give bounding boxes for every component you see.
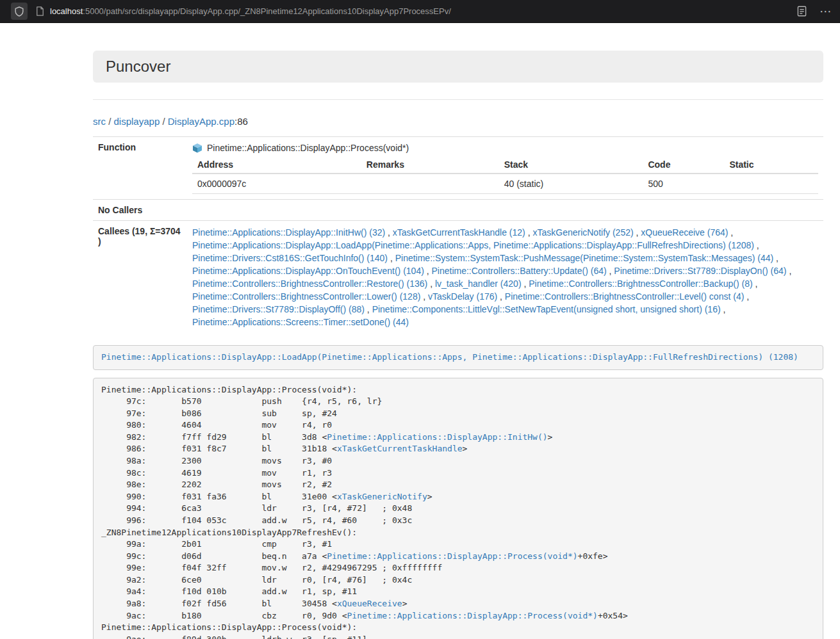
callee-separator: , (525, 227, 533, 238)
shield-icon (15, 6, 24, 17)
callee-separator: , (787, 266, 792, 276)
callee-link[interactable]: Pinetime::Applications::Screens::Timer::… (192, 317, 409, 327)
asm-line: _ZN8Pinetime12Applications10DisplayApp7R… (101, 527, 815, 539)
callee-separator: , (607, 266, 614, 276)
symbol-link[interactable]: xQueueReceive (337, 599, 402, 608)
stats-header-row: Address Remarks Stack Code Static (192, 156, 818, 174)
callees-label: Callees (19, Σ=3704 ) (93, 221, 187, 334)
url-text: localhost:5000/path/src/displayapp/Displ… (50, 6, 451, 16)
callee-link[interactable]: Pinetime::Controllers::Battery::Update()… (432, 266, 607, 276)
url-bar[interactable]: localhost:5000/path/src/displayapp/Displ… (36, 6, 789, 16)
callee-link[interactable]: Pinetime::Applications::DisplayApp::OnTo… (192, 266, 424, 276)
callee-separator: , (754, 240, 759, 250)
breadcrumb-link[interactable]: src (93, 116, 106, 127)
symbol-link[interactable]: Pinetime::Applications::DisplayApp::Proc… (327, 551, 577, 561)
callee-link[interactable]: Pinetime::Applications::DisplayApp::Load… (192, 240, 754, 250)
page-title: Puncover (106, 58, 170, 76)
asm-line: 996: f104 053c add.w r5, r4, #60 ; 0x3c (101, 515, 815, 527)
callee-separator: , (385, 227, 393, 238)
breadcrumb-separator: / (106, 116, 114, 127)
callee-separator: , (388, 253, 395, 263)
callee-separator: , (773, 253, 778, 263)
selected-symbol-box: Pinetime::Applications::DisplayApp::Load… (93, 345, 823, 370)
selected-symbol-link[interactable]: Pinetime::Applications::DisplayApp::Load… (101, 352, 798, 362)
callee-link[interactable]: Pinetime::Drivers::St7789::DisplayOff() … (192, 304, 365, 314)
no-callers-label: No Callers (93, 200, 187, 221)
disassembly-pre: Pinetime::Applications::DisplayApp::Proc… (93, 378, 823, 639)
stats-table: Address Remarks Stack Code Static 0x0000… (192, 156, 818, 194)
callee-separator: , (522, 279, 529, 289)
symbol-link[interactable]: Pinetime::Applications::DisplayApp::Proc… (347, 611, 598, 620)
callee-link[interactable]: xTaskGetCurrentTaskHandle (12) (393, 227, 525, 238)
callee-separator: , (497, 291, 505, 302)
asm-line: 980: 4604 mov r4, r0 (101, 419, 815, 432)
asm-line: Pinetime::Applications::DisplayApp::Proc… (101, 622, 815, 634)
callee-link[interactable]: Pinetime::Controllers::BrightnessControl… (529, 279, 752, 289)
stats-value-row: 0x0000097c 40 (static) 500 (192, 174, 818, 194)
callee-link[interactable]: vTaskDelay (176) (428, 291, 497, 302)
function-cube-icon (192, 143, 202, 153)
callees-list: Pinetime::Applications::DisplayApp::Init… (187, 221, 823, 334)
asm-line: 98a: 2300 movs r3, #0 (101, 455, 815, 467)
stats-header-address: Address (192, 156, 361, 174)
callee-separator: , (365, 304, 372, 314)
url-path: :5000/path/src/displayapp/DisplayApp.cpp… (83, 6, 451, 16)
asm-line: 9a4: f10d 010b add.w r1, sp, #11 (101, 586, 815, 598)
function-table: Function Pinetime::Applications::Display… (93, 136, 823, 334)
main-content: Puncover src / displayapp / DisplayApp.c… (93, 51, 823, 639)
breadcrumb-line-number: :86 (235, 116, 248, 127)
stats-header-stack: Stack (499, 156, 643, 174)
callee-link[interactable]: xTaskGenericNotify (252) (532, 227, 633, 238)
stats-header-remarks: Remarks (361, 156, 499, 174)
callee-link[interactable]: Pinetime::Controllers::BrightnessControl… (505, 291, 744, 302)
breadcrumb-link[interactable]: displayapp (114, 116, 160, 127)
callee-link[interactable]: Pinetime::Controllers::BrightnessControl… (192, 291, 420, 302)
symbol-link[interactable]: Pinetime::Applications::DisplayApp::Init… (327, 432, 547, 442)
reader-view-icon[interactable] (797, 6, 807, 17)
no-callers-content (187, 200, 823, 221)
callee-link[interactable]: Pinetime::Drivers::Cst816S::GetTouchInfo… (192, 253, 388, 263)
function-title-line: Pinetime::Applications::DisplayApp::Proc… (192, 142, 818, 154)
asm-line: 9ac: b180 cbz r0, 9d0 <Pinetime::Applica… (101, 610, 815, 622)
breadcrumb: src / displayapp / DisplayApp.cpp:86 (93, 116, 823, 127)
callee-link[interactable]: Pinetime::Components::LittleVgl::SetNewT… (372, 304, 721, 314)
callee-link[interactable]: lv_task_handler (420) (435, 279, 522, 289)
callee-separator: , (753, 279, 758, 289)
stats-remarks-value (361, 174, 499, 194)
breadcrumb-link[interactable]: DisplayApp.cpp (168, 116, 235, 127)
url-host: localhost (50, 6, 83, 16)
asm-line: 99e: f04f 32ff mov.w r2, #4294967295 ; 0… (101, 562, 815, 574)
function-row-content: Pinetime::Applications::DisplayApp::Proc… (187, 137, 823, 200)
callee-separator: , (634, 227, 641, 238)
ellipsis-menu-icon[interactable]: ⋯ (819, 5, 832, 17)
callee-link[interactable]: Pinetime::Controllers::BrightnessControl… (192, 279, 427, 289)
asm-line: Pinetime::Applications::DisplayApp::Proc… (101, 384, 815, 396)
callee-link[interactable]: Pinetime::Applications::DisplayApp::Init… (192, 227, 385, 238)
callee-separator: , (744, 291, 749, 302)
breadcrumb-separator: / (160, 116, 168, 127)
function-name: Pinetime::Applications::DisplayApp::Proc… (207, 143, 409, 153)
callee-separator: , (420, 291, 428, 302)
callee-link[interactable]: Pinetime::Drivers::St7789::DisplayOn() (… (614, 266, 786, 276)
callee-separator: , (427, 279, 435, 289)
shield-button[interactable] (11, 3, 28, 20)
asm-line: 986: f031 f8c7 bl 31b18 <xTaskGetCurrent… (101, 443, 815, 455)
asm-line: 97c: b570 push {r4, r5, r6, lr} (101, 396, 815, 408)
symbol-link[interactable]: xTaskGetCurrentTaskHandle (337, 444, 463, 453)
callee-separator: , (721, 304, 726, 314)
callee-link[interactable]: Pinetime::System::SystemTask::PushMessag… (395, 253, 774, 263)
asm-line: 98c: 4619 mov r1, r3 (101, 467, 815, 480)
browser-chrome: localhost:5000/path/src/displayapp/Displ… (0, 0, 840, 23)
callee-link[interactable]: xQueueReceive (764) (641, 227, 728, 238)
asm-line: 97e: b086 sub sp, #24 (101, 408, 815, 420)
callee-separator: , (728, 227, 733, 238)
callees-row: Callees (19, Σ=3704 ) Pinetime::Applicat… (93, 221, 823, 334)
function-row-label: Function (93, 137, 187, 200)
stats-header-static: Static (724, 156, 818, 174)
asm-line: 990: f031 fa36 bl 31e00 <xTaskGenericNot… (101, 491, 815, 503)
callee-separator: , (424, 266, 432, 276)
toolbar-right: ⋯ (797, 5, 832, 17)
jumbotron: Puncover (93, 51, 823, 83)
asm-line: 9a8: f02f fd56 bl 30458 <xQueueReceive> (101, 598, 815, 610)
symbol-link[interactable]: xTaskGenericNotify (337, 492, 427, 501)
